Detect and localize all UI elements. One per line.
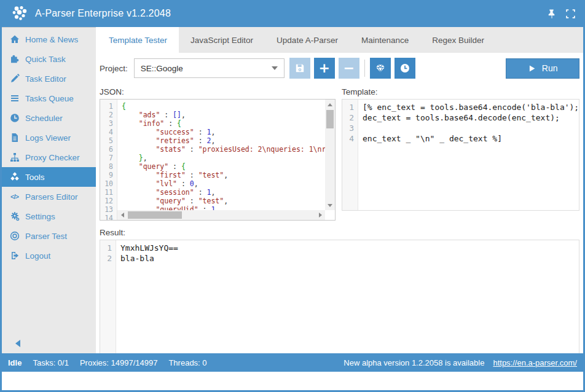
- sidebar-item-label: Task Editor: [25, 74, 66, 84]
- gem-icon: [375, 63, 386, 74]
- save-project-button[interactable]: [289, 58, 310, 79]
- statusbar: Idle Tasks: 0/1 Proxies: 14997/14997 Thr…: [2, 353, 583, 372]
- home-icon: [9, 34, 20, 45]
- puzzle-icon: [9, 54, 20, 65]
- status-state: Idle: [8, 358, 22, 367]
- status-proxies: Proxies: 14997/14997: [80, 358, 157, 367]
- clock-icon: [9, 113, 20, 123]
- code-icon: </>: [9, 192, 20, 202]
- vertical-scrollbar[interactable]: [325, 100, 335, 210]
- titlebar: A-Parser Enterprise v1.2.2048: [2, 0, 583, 27]
- tab-label: Regex Builder: [432, 36, 484, 45]
- horizontal-scroll-thumb[interactable]: [128, 211, 182, 219]
- app-window: A-Parser Enterprise v1.2.2048 Home & New…: [0, 0, 585, 392]
- result-panel-label: Result:: [100, 228, 579, 237]
- document-icon: [9, 133, 20, 143]
- sidebar-item-label: Parser Test: [25, 232, 67, 241]
- sidebar-item-quick-task[interactable]: Quick Task: [2, 49, 96, 69]
- sidebar-item-label: Tasks Queue: [25, 94, 74, 103]
- pin-icon[interactable]: [546, 9, 557, 19]
- project-select-value: SE::Google: [141, 64, 183, 73]
- sidebar-item-settings[interactable]: Settings: [2, 206, 96, 226]
- floppy-icon: [294, 63, 305, 74]
- sidebar-item-label: Logout: [25, 251, 50, 261]
- tab-maintenance[interactable]: Maintenance: [350, 27, 420, 53]
- tabstrip: Template Tester JavaScript Editor Update…: [97, 27, 585, 53]
- update-notice: New alpha version 1.2.2058 is available: [344, 358, 484, 367]
- tab-label: Template Tester: [109, 36, 167, 45]
- horizontal-scrollbar[interactable]: [117, 210, 325, 220]
- main-area: Template Tester JavaScript Editor Update…: [97, 27, 585, 353]
- project-label: Project:: [100, 64, 128, 73]
- network-icon: [9, 152, 20, 163]
- target-icon: [9, 231, 20, 241]
- fullscreen-icon[interactable]: [565, 9, 576, 19]
- logout-icon: [9, 251, 20, 261]
- json-panel: JSON: 1234567891011121314{ "ads" : [], "…: [100, 87, 336, 221]
- play-icon: [528, 65, 536, 73]
- sidebar-item-logout[interactable]: Logout: [2, 246, 96, 265]
- add-project-button[interactable]: +: [314, 58, 335, 79]
- scroll-up-arrow[interactable]: [325, 100, 335, 109]
- sidebar-item-home-news[interactable]: Home & News: [2, 29, 96, 49]
- tab-label: Update A-Parser: [277, 36, 338, 45]
- tab-template-tester[interactable]: Template Tester: [97, 27, 179, 53]
- json-panel-label: JSON:: [100, 87, 336, 96]
- template-panel: Template: 1234[% enc_text = tools.base64…: [342, 87, 579, 221]
- status-tasks: Tasks: 0/1: [33, 358, 69, 367]
- sidebar-item-task-editor[interactable]: Task Editor: [2, 69, 96, 88]
- chevron-down-icon: [272, 66, 278, 70]
- json-code-editor[interactable]: 1234567891011121314{ "ads" : [], "info" …: [100, 99, 336, 221]
- plus-icon: +: [319, 61, 330, 75]
- template-code-editor[interactable]: 1234[% enc_text = tools.base64.encode('b…: [342, 99, 579, 211]
- project-select[interactable]: SE::Google: [134, 58, 285, 78]
- pencil-icon: [9, 74, 20, 84]
- sidebar-item-label: Settings: [25, 212, 55, 221]
- history-clock-icon: [399, 63, 410, 74]
- scroll-right-arrow[interactable]: [315, 210, 325, 220]
- sidebar-item-proxy-checker[interactable]: Proxy Checker: [2, 147, 96, 167]
- minus-icon: −: [344, 61, 355, 75]
- sidebar-item-logs-viewer[interactable]: Logs Viewer: [2, 128, 96, 147]
- template-panel-label: Template:: [342, 87, 579, 96]
- status-threads: Threads: 0: [168, 358, 206, 367]
- gears-icon: [9, 211, 20, 222]
- sidebar-collapse-arrow[interactable]: [15, 340, 20, 347]
- result-panel: Result: 12YmxhLWJsYQ==bla-bla: [100, 228, 579, 353]
- tab-label: JavaScript Editor: [190, 36, 253, 45]
- app-logo-icon: [10, 4, 29, 23]
- tab-update-a-parser[interactable]: Update A-Parser: [265, 27, 350, 53]
- run-button-label: Run: [542, 63, 558, 73]
- sidebar-item-parsers-editor[interactable]: </> Parsers Editor: [2, 187, 96, 206]
- sidebar-item-label: Parsers Editor: [25, 192, 78, 202]
- tab-label: Maintenance: [361, 36, 409, 45]
- project-toolbar: Project: SE::Google + −: [97, 53, 585, 84]
- sidebar-item-label: Quick Task: [25, 55, 66, 64]
- run-button[interactable]: Run: [506, 58, 579, 79]
- vertical-scroll-thumb[interactable]: [326, 110, 334, 128]
- scroll-left-arrow[interactable]: [117, 210, 127, 220]
- result-code-editor[interactable]: 12YmxhLWJsYQ==bla-bla: [100, 240, 579, 353]
- scroll-down-arrow[interactable]: [325, 200, 335, 210]
- sidebar-item-parser-test[interactable]: Parser Test: [2, 226, 96, 246]
- update-link[interactable]: https://en.a-parser.com/: [493, 358, 577, 367]
- sidebar-item-label: Home & News: [25, 35, 78, 44]
- remove-project-button[interactable]: −: [339, 58, 359, 79]
- sidebar-item-scheduler[interactable]: Scheduler: [2, 108, 96, 128]
- app-title: A-Parser Enterprise v1.2.2048: [35, 8, 171, 19]
- sidebar-item-label: Tools: [25, 173, 45, 182]
- tab-javascript-editor[interactable]: JavaScript Editor: [179, 27, 265, 53]
- sidebar-item-label: Proxy Checker: [25, 153, 80, 162]
- gem-button[interactable]: [370, 58, 391, 79]
- sidebar: Home & News Quick Task Task Editor Tasks…: [2, 27, 96, 353]
- history-button[interactable]: [395, 58, 415, 79]
- sidebar-item-label: Scheduler: [25, 114, 63, 123]
- cubes-icon: [9, 172, 20, 182]
- list-icon: [9, 93, 20, 104]
- toolbar-separator: [364, 60, 365, 77]
- panels-area: JSON: 1234567891011121314{ "ads" : [], "…: [97, 84, 585, 353]
- sidebar-item-tasks-queue[interactable]: Tasks Queue: [2, 88, 96, 108]
- tab-regex-builder[interactable]: Regex Builder: [420, 27, 496, 53]
- sidebar-item-label: Logs Viewer: [25, 133, 71, 143]
- sidebar-item-tools[interactable]: Tools: [2, 167, 96, 187]
